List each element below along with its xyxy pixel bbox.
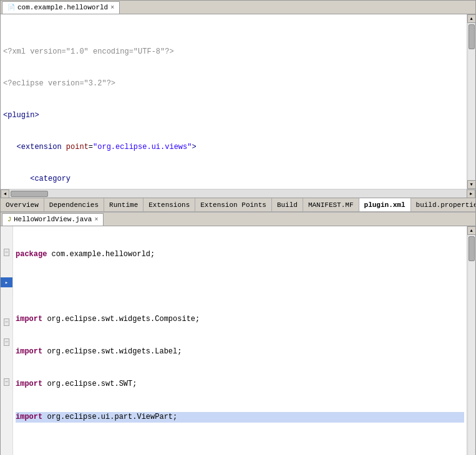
bottom-file-tab[interactable]: J HelloWorldView.java × bbox=[2, 213, 104, 226]
gutter-row-19 bbox=[1, 407, 12, 417]
tab-runtime[interactable]: Runtime bbox=[104, 198, 143, 211]
gutter-row-18 bbox=[1, 397, 12, 407]
gutter-row-5 bbox=[1, 267, 12, 277]
xml-line-5: <category bbox=[3, 174, 464, 184]
java-line-6: import org.eclipse.ui.part.ViewPart; bbox=[16, 412, 464, 423]
collapse-icon-set-focus[interactable]: − bbox=[4, 378, 9, 386]
tab-overview[interactable]: Overview bbox=[1, 198, 44, 211]
gutter-row-4 bbox=[1, 257, 12, 267]
gutter-row-9 bbox=[1, 307, 12, 317]
xml-scroll-track[interactable] bbox=[469, 23, 475, 180]
java-scroll-thumb[interactable] bbox=[469, 236, 475, 261]
xml-hscrollbar[interactable]: ◄ ► bbox=[1, 189, 475, 198]
breakpoint-icon: ▸ bbox=[5, 279, 8, 286]
bottom-panel-java: J HelloWorldView.java × − bbox=[1, 213, 475, 455]
gutter-row-1 bbox=[1, 228, 12, 237]
java-code-area: − ▸ bbox=[1, 226, 475, 455]
java-line-3: import org.eclipse.swt.widgets.Composite… bbox=[16, 314, 464, 325]
top-panel-xml: 📄 com.example.helloworld × <?xml version… bbox=[1, 1, 475, 213]
xml-code-content: <?xml version="1.0" encoding="UTF-8"?> <… bbox=[1, 14, 467, 189]
tab-extensions[interactable]: Extensions bbox=[143, 198, 195, 211]
java-scroll-up[interactable]: ▲ bbox=[467, 226, 476, 235]
gutter-row-20 bbox=[1, 417, 12, 427]
gutter-row-6: ▸ bbox=[1, 277, 12, 287]
xml-file-icon: 📄 bbox=[7, 4, 15, 11]
xml-hscroll-left[interactable]: ◄ bbox=[1, 189, 9, 198]
gutter-row-13 bbox=[1, 347, 12, 357]
gutter-row-2 bbox=[1, 237, 12, 247]
top-tab-bar: 📄 com.example.helloworld × bbox=[1, 1, 475, 14]
editor-tabs-row: Overview Dependencies Runtime Extensions… bbox=[1, 198, 475, 211]
java-file-icon: J bbox=[7, 216, 11, 223]
gutter-row-12[interactable]: − bbox=[1, 337, 12, 347]
top-file-tab[interactable]: 📄 com.example.helloworld × bbox=[2, 1, 120, 14]
collapse-icon-imports[interactable]: − bbox=[4, 249, 9, 256]
xml-line-2: <?eclipse version="3.2"?> bbox=[3, 79, 464, 89]
gutter-row-16[interactable]: − bbox=[1, 377, 12, 387]
tab-manifest[interactable]: MANIFEST.MF bbox=[303, 198, 359, 211]
collapse-icon-create-part[interactable]: − bbox=[4, 338, 9, 346]
top-tab-close[interactable]: × bbox=[110, 4, 114, 11]
xml-scroll-up[interactable]: ▲ bbox=[467, 14, 476, 23]
bottom-tab-bar: J HelloWorldView.java × bbox=[1, 213, 475, 226]
gutter-row-8 bbox=[1, 297, 12, 307]
xml-scroll-down[interactable]: ▼ bbox=[467, 180, 476, 189]
bottom-tab-label: HelloWorldView.java bbox=[14, 216, 92, 223]
java-line-4: import org.eclipse.swt.widgets.Label; bbox=[16, 347, 464, 357]
collapse-icon-constructor[interactable]: − bbox=[4, 318, 9, 326]
gutter-row-11 bbox=[1, 327, 12, 337]
java-line-2 bbox=[16, 282, 464, 292]
java-line-5: import org.eclipse.swt.SWT; bbox=[16, 379, 464, 390]
xml-hscroll-right[interactable]: ► bbox=[467, 189, 475, 198]
java-vscrollbar[interactable]: ▲ ▼ bbox=[467, 226, 475, 455]
bottom-tab-close[interactable]: × bbox=[94, 216, 98, 223]
java-gutter: − ▸ bbox=[1, 226, 13, 455]
xml-hscroll-thumb[interactable] bbox=[11, 191, 48, 197]
xml-scroll-thumb[interactable] bbox=[469, 24, 475, 49]
tab-plugin-xml[interactable]: plugin.xml bbox=[359, 198, 411, 211]
xml-line-3: <plugin> bbox=[3, 110, 464, 121]
gutter-row-15 bbox=[1, 367, 12, 377]
xml-code-area: <?xml version="1.0" encoding="UTF-8"?> <… bbox=[1, 14, 475, 189]
java-code-inner: − ▸ bbox=[1, 226, 475, 455]
xml-vscrollbar[interactable]: ▲ ▼ bbox=[467, 14, 475, 189]
editor-window: 📄 com.example.helloworld × <?xml version… bbox=[0, 0, 476, 455]
tab-extension-points[interactable]: Extension Points bbox=[195, 198, 272, 211]
top-tab-label: com.example.helloworld bbox=[17, 4, 108, 11]
tab-dependencies[interactable]: Dependencies bbox=[44, 198, 104, 211]
java-line-7 bbox=[16, 444, 464, 455]
tab-build[interactable]: Build bbox=[272, 198, 303, 211]
xml-line-1: <?xml version="1.0" encoding="UTF-8"?> bbox=[3, 47, 464, 57]
gutter-row-14 bbox=[1, 357, 12, 367]
gutter-row-17 bbox=[1, 387, 12, 397]
java-line-1: package com.example.helloworld; bbox=[16, 249, 464, 260]
gutter-row-3[interactable]: − bbox=[1, 247, 12, 257]
xml-line-4: <extension point="org.eclipse.ui.views"> bbox=[3, 142, 464, 153]
java-code-content: package com.example.helloworld; import o… bbox=[13, 226, 467, 455]
gutter-row-7 bbox=[1, 287, 12, 297]
gutter-row-10[interactable]: − bbox=[1, 317, 12, 327]
tab-build-properties[interactable]: build.properties bbox=[411, 198, 475, 211]
java-scroll-track[interactable] bbox=[469, 235, 475, 455]
